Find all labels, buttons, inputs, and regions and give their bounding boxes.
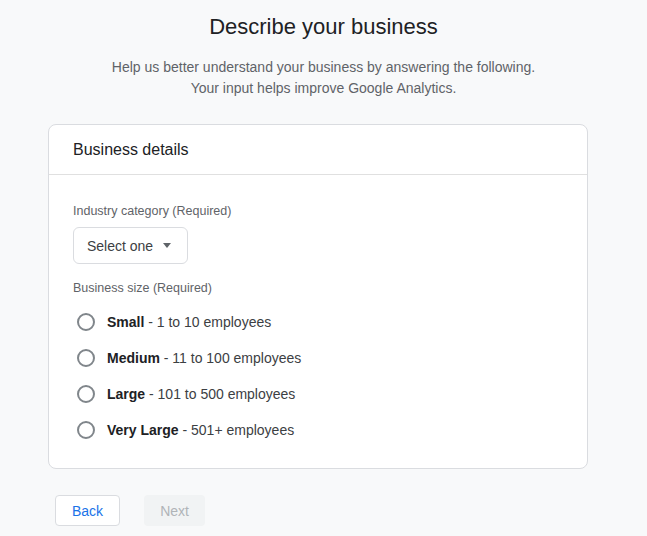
radio-button-very-large[interactable] [77, 421, 95, 439]
next-button[interactable]: Next [144, 495, 205, 526]
radio-button-large[interactable] [77, 385, 95, 403]
industry-category-label: Industry category (Required) [73, 203, 563, 219]
page-header: Describe your business Help us better un… [0, 0, 647, 99]
radio-option-small[interactable]: Small - 1 to 10 employees [73, 304, 563, 340]
radio-option-very-large[interactable]: Very Large - 501+ employees [73, 412, 563, 448]
business-size-label: Business size (Required) [73, 280, 563, 296]
radio-option-label: Medium - 11 to 100 employees [107, 350, 301, 366]
caret-down-icon [163, 243, 171, 248]
radio-button-medium[interactable] [77, 349, 95, 367]
page-subtitle: Help us better understand your business … [0, 57, 647, 99]
card-header: Business details [49, 125, 587, 175]
radio-option-label: Large - 101 to 500 employees [107, 386, 295, 402]
page-title: Describe your business [0, 14, 647, 40]
industry-category-dropdown[interactable]: Select one [73, 227, 188, 264]
radio-option-medium[interactable]: Medium - 11 to 100 employees [73, 340, 563, 376]
radio-option-label: Small - 1 to 10 employees [107, 314, 271, 330]
industry-category-dropdown-value: Select one [87, 238, 153, 254]
footer-actions: Back Next [55, 495, 647, 526]
radio-option-large[interactable]: Large - 101 to 500 employees [73, 376, 563, 412]
card-title: Business details [73, 141, 189, 159]
page-subtitle-line2: Your input helps improve Google Analytic… [0, 78, 647, 99]
radio-option-label: Very Large - 501+ employees [107, 422, 294, 438]
business-details-card: Business details Industry category (Requ… [48, 124, 588, 469]
page-subtitle-line1: Help us better understand your business … [0, 57, 647, 78]
card-body: Industry category (Required) Select one … [49, 175, 587, 468]
radio-button-small[interactable] [77, 313, 95, 331]
back-button[interactable]: Back [55, 495, 120, 526]
business-size-radio-group: Small - 1 to 10 employees Medium - 11 to… [73, 304, 563, 448]
